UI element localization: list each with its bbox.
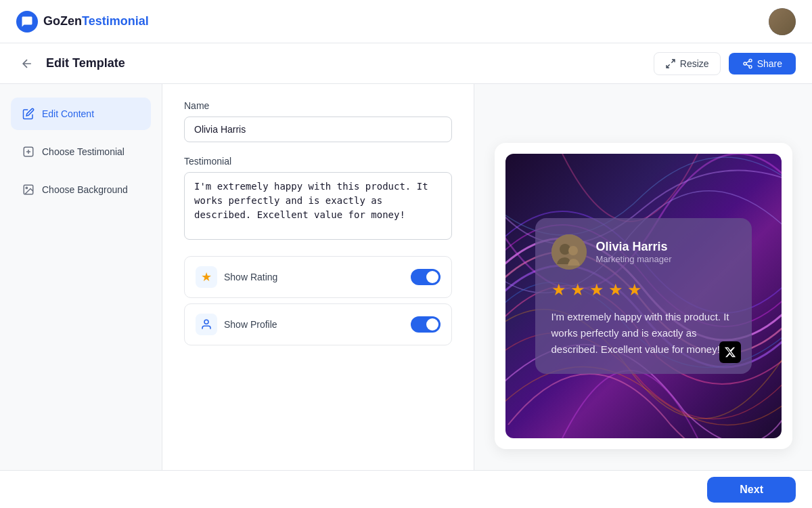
sidebar-item-choose-background[interactable]: Choose Background	[11, 173, 151, 206]
svg-point-11	[568, 246, 578, 255]
toggle-left: Show Profile	[196, 314, 277, 335]
sidebar-item-label: Edit Content	[42, 108, 94, 119]
profile-role: Marketing manager	[596, 254, 672, 264]
page-title: Edit Template	[46, 56, 125, 70]
testimonial-inner-card: Olivia Harris Marketing manager ★ ★ ★ ★ …	[535, 218, 752, 374]
share-button[interactable]: Share	[729, 53, 796, 75]
next-button[interactable]: Next	[707, 477, 796, 503]
profile-name: Olivia Harris	[596, 240, 672, 254]
toolbar-left: Edit Template	[16, 53, 125, 75]
share-label: Share	[757, 58, 782, 69]
star-4: ★	[608, 280, 623, 299]
toggle-section: ★ Show Rating	[184, 256, 452, 345]
resize-label: Resize	[680, 58, 709, 69]
header: GoZenTestimonial	[0, 0, 812, 43]
add-testimonial-icon	[22, 145, 35, 158]
toggle-slider	[411, 316, 441, 333]
testimonial-label: Testimonial	[184, 156, 452, 167]
toggle-slider	[411, 269, 441, 285]
back-button[interactable]	[16, 53, 38, 75]
profile-row: Olivia Harris Marketing manager	[551, 234, 736, 270]
profile-toggle-icon	[196, 314, 217, 335]
svg-point-8	[204, 320, 208, 324]
arrow-left-icon	[20, 57, 34, 70]
svg-point-7	[26, 187, 27, 188]
sidebar-item-label: Choose Testimonial	[42, 146, 125, 157]
preview-card: Olivia Harris Marketing manager ★ ★ ★ ★ …	[495, 143, 792, 449]
main: Edit Content Choose Testimonial Choose B…	[0, 84, 812, 508]
toggle-left: ★ Show Rating	[196, 266, 277, 288]
name-field-group: Name	[184, 100, 452, 142]
sidebar-item-edit-content[interactable]: Edit Content	[11, 98, 151, 130]
resize-button[interactable]: Resize	[654, 52, 721, 75]
form-section: Name Testimonial I'm extremely happy wit…	[184, 100, 452, 345]
sidebar: Edit Content Choose Testimonial Choose B…	[0, 84, 162, 508]
star-3: ★	[589, 280, 604, 299]
x-badge	[719, 341, 741, 363]
resize-icon	[665, 58, 676, 69]
logo-gozen: GoZen	[43, 14, 82, 28]
bottom-bar: Next	[0, 470, 812, 508]
toolbar-right: Resize Share	[654, 52, 796, 75]
testimonial-field-group: Testimonial I'm extremely happy with thi…	[184, 156, 452, 242]
testimonial-textarea[interactable]: I'm extremely happy with this product. I…	[184, 172, 452, 240]
avatar[interactable]	[769, 8, 796, 35]
logo-icon	[16, 11, 38, 33]
svg-point-0	[749, 59, 752, 62]
show-rating-label: Show Rating	[224, 272, 277, 282]
testimonial-preview-text: I'm extremely happy with this product. I…	[551, 309, 736, 358]
svg-line-3	[746, 64, 749, 66]
name-input[interactable]	[184, 117, 452, 142]
sidebar-item-choose-testimonial[interactable]: Choose Testimonial	[11, 135, 151, 168]
testimonial-background: Olivia Harris Marketing manager ★ ★ ★ ★ …	[505, 154, 782, 438]
name-label: Name	[184, 100, 452, 111]
x-logo-icon	[724, 346, 736, 358]
profile-avatar-svg	[551, 234, 587, 270]
star-5: ★	[627, 280, 642, 299]
stars-row: ★ ★ ★ ★ ★	[551, 280, 736, 299]
star-1: ★	[551, 280, 566, 299]
content-panel: Name Testimonial I'm extremely happy wit…	[162, 84, 474, 508]
profile-info: Olivia Harris Marketing manager	[596, 240, 672, 264]
preview-panel: Olivia Harris Marketing manager ★ ★ ★ ★ …	[474, 84, 812, 508]
share-icon	[742, 58, 753, 69]
show-profile-toggle[interactable]	[411, 316, 441, 333]
show-profile-toggle-item: Show Profile	[184, 303, 452, 345]
sidebar-item-label: Choose Background	[42, 184, 128, 195]
svg-line-4	[746, 61, 749, 63]
background-icon	[22, 183, 35, 196]
edit-icon	[22, 107, 35, 121]
logo-text: GoZenTestimonial	[43, 14, 149, 28]
logo: GoZenTestimonial	[16, 11, 149, 33]
profile-picture	[551, 234, 587, 270]
chat-icon	[21, 16, 33, 28]
star-icon: ★	[201, 270, 212, 284]
svg-point-2	[749, 65, 752, 68]
star-toggle-icon: ★	[196, 266, 217, 288]
show-rating-toggle[interactable]	[411, 269, 441, 285]
show-rating-toggle-item: ★ Show Rating	[184, 256, 452, 298]
star-2: ★	[570, 280, 585, 299]
show-profile-label: Show Profile	[224, 319, 277, 330]
logo-testimonial: Testimonial	[82, 14, 149, 28]
avatar-image	[769, 8, 796, 35]
svg-point-1	[744, 62, 746, 65]
user-icon	[200, 318, 212, 331]
toolbar: Edit Template Resize Share	[0, 43, 812, 84]
